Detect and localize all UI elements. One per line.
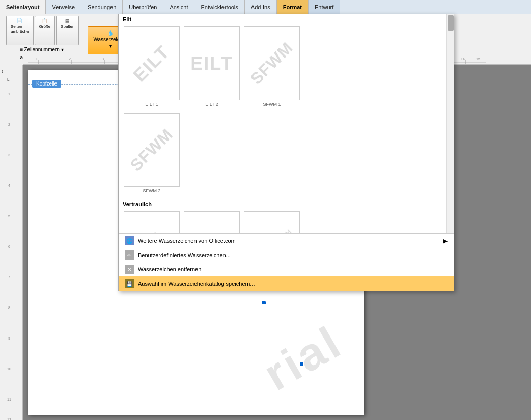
custom-icon: ✏: [125, 250, 134, 260]
wm-item-sfwm1[interactable]: SFWM SFWM 1: [243, 25, 301, 108]
custom-label: Benutzerdefiniertes Wasserzeichen...: [138, 252, 231, 258]
tab-entwicklertools[interactable]: Entwicklertools: [194, 0, 244, 14]
ruler-marker-a: ↕: [1, 69, 4, 74]
wm-sfwm2-text: SFWM: [127, 125, 177, 175]
wm-item-nicht2[interactable]: NICHTKOPIEREN NICHT KOPIEREN 2: [183, 210, 241, 233]
gallery-content: Eilt EILT EILT 1 EILT EILT 2: [119, 14, 446, 233]
wm-eilt2-text: EILT: [190, 53, 233, 74]
wm-thumb-vertraulich1: VERTRAULICH: [244, 211, 300, 233]
tab-uberprüfen[interactable]: Überprüfen: [123, 0, 163, 14]
save-catalog-icon: 💾: [125, 279, 134, 288]
wm-item-sfwm2[interactable]: SFWM SFWM 2: [123, 112, 181, 194]
menu-further-watermarks[interactable]: 🌐 Weitere Wasserzeichen von Office.com ▶: [119, 234, 454, 248]
scrollbar-thumb[interactable]: [448, 15, 454, 31]
zeilennummern-icon: ≡: [20, 47, 23, 52]
eilt-row: EILT EILT 1 EILT EILT 2 SFWM SFWM 1: [119, 23, 446, 110]
wm-thumb-nicht2: NICHTKOPIEREN: [184, 211, 240, 233]
watermark-dropdown: Eilt EILT EILT 1 EILT EILT 2: [118, 14, 454, 291]
wm-item-eilt2[interactable]: EILT EILT 2: [183, 25, 241, 108]
svg-text:1: 1: [8, 92, 10, 96]
remove-label: Wasserzeichen entfernen: [138, 266, 201, 272]
ruler-vertical: 1 2 3 4 5 6 7 8 9 10 11 12 ↕ L: [0, 65, 23, 420]
section-eilt-label: Eilt: [119, 14, 446, 23]
tab-sendungen[interactable]: Sendungen: [81, 0, 123, 14]
wm-thumb-eilt1: EILT: [124, 26, 180, 100]
seite-buttons-row: 📄 Seiten-umbrüche 📋 Größe ▤ Spalten: [6, 16, 79, 45]
wm-thumb-sfwm1: SFWM: [244, 26, 300, 100]
svg-text:7: 7: [8, 275, 10, 279]
tab-verweise[interactable]: Verweise: [46, 0, 81, 14]
svg-text:2: 2: [8, 123, 10, 126]
svg-text:1: 1: [36, 57, 38, 61]
menu-save-catalog[interactable]: 💾 Auswahl im Wasserzeichenkatalog speich…: [119, 276, 454, 291]
wm-item-vertraulich1[interactable]: VERTRAULICH VERTRAULICH 1: [243, 210, 301, 233]
svg-text:11: 11: [7, 398, 11, 401]
svg-text:14: 14: [461, 57, 465, 61]
gallery-divider: [123, 198, 442, 198]
wm-sfwm2-label: SFWM 2: [143, 188, 161, 193]
button-seitenumbruche[interactable]: 📄 Seiten-umbrüche: [6, 16, 34, 45]
svg-text:4: 4: [8, 184, 10, 187]
spalten-icon: ▤: [65, 18, 70, 23]
tab-add-ins[interactable]: Add-Ins: [245, 0, 277, 14]
gallery-area: Eilt EILT EILT 1 EILT EILT 2: [119, 14, 454, 233]
further-icon: 🌐: [125, 236, 134, 245]
svg-text:2: 2: [69, 57, 71, 61]
wasserzeichen-icon: 💧: [107, 30, 114, 36]
gallery-scrollbar[interactable]: [446, 14, 454, 233]
wm-eilt2-label: EILT 2: [205, 102, 218, 107]
spalten-label: Spalten: [61, 24, 74, 29]
ruler-v-svg: 1 2 3 4 5 6 7 8 9 10 11 12: [0, 65, 22, 420]
button-grosse[interactable]: 📋 Größe: [35, 16, 55, 45]
button-spalten[interactable]: ▤ Spalten: [56, 16, 79, 45]
wm-nicht1-text: NICHTKOPIEREN: [127, 223, 176, 233]
doc-watermark: rial: [255, 315, 351, 401]
sfwm2-row: SFWM SFWM 2: [119, 110, 446, 197]
tab-ansicht[interactable]: Ansicht: [163, 0, 194, 14]
ruler-marker-b: L: [7, 77, 9, 82]
grosse-icon: 📋: [42, 18, 47, 23]
menu-custom-watermark[interactable]: ✏ Benutzerdefiniertes Wasserzeichen...: [119, 248, 454, 262]
wasserzeichen-arrow: ▾: [109, 43, 112, 49]
svg-text:10: 10: [7, 367, 11, 371]
handle-2[interactable]: [300, 362, 303, 366]
menu-remove-watermark[interactable]: ✕ Wasserzeichen entfernen: [119, 262, 454, 276]
seitenumbruche-label: Seiten-umbrüche: [11, 24, 29, 34]
handle-circle[interactable]: [263, 301, 266, 304]
vertraulich-row: NICHTKOPIEREN NICHT KOPIEREN 1 NICHTKOPI…: [119, 208, 446, 233]
further-arrow: ▶: [443, 238, 448, 244]
grosse-label: Größe: [39, 24, 51, 29]
svg-text:9: 9: [8, 337, 10, 340]
svg-text:15: 15: [476, 57, 480, 61]
wm-thumb-eilt2: EILT: [184, 26, 240, 100]
wm-eilt1-text: EILT: [129, 41, 175, 86]
tab-format[interactable]: Format: [277, 0, 309, 14]
svg-text:12: 12: [7, 418, 11, 420]
ribbon-tabs: Seitenlayout Verweise Sendungen Überprüf…: [0, 0, 531, 14]
save-catalog-label: Auswahl im Wasserzeichenkatalog speicher…: [138, 281, 255, 287]
wm-vertraulich1-text: VERTRAULICH: [251, 227, 293, 233]
zeilennummern-label: Zeilennummern ▾: [24, 47, 63, 52]
wm-thumb-sfwm2: SFWM: [124, 113, 180, 187]
svg-text:3: 3: [8, 153, 10, 157]
further-label: Weitere Wasserzeichen von Office.com: [138, 238, 236, 244]
tab-entwurf[interactable]: Entwurf: [309, 0, 340, 14]
wm-sfwm1-label: SFWM 1: [263, 102, 281, 107]
section-vertraulich-label: Vertraulich: [119, 199, 446, 208]
button-zeilennummern[interactable]: ≡ Zeilennummern ▾: [18, 46, 66, 53]
wm-sfwm1-text: SFWM: [247, 38, 297, 88]
wm-eilt1-label: EILT 1: [145, 102, 158, 107]
tab-seitenlayout[interactable]: Seitenlayout: [0, 0, 46, 14]
svg-text:3: 3: [102, 57, 104, 61]
remove-icon: ✕: [125, 265, 134, 274]
svg-text:5: 5: [8, 214, 10, 218]
seitenumbruche-icon: 📄: [17, 18, 22, 23]
kopfzeile-tag[interactable]: Kopfzeile: [32, 80, 61, 88]
wm-item-nicht1[interactable]: NICHTKOPIEREN NICHT KOPIEREN 1: [123, 210, 181, 233]
wm-thumb-nicht1: NICHTKOPIEREN: [124, 211, 180, 233]
svg-text:8: 8: [8, 306, 10, 310]
wm-item-eilt1[interactable]: EILT EILT 1: [123, 25, 181, 108]
svg-text:6: 6: [8, 245, 10, 248]
